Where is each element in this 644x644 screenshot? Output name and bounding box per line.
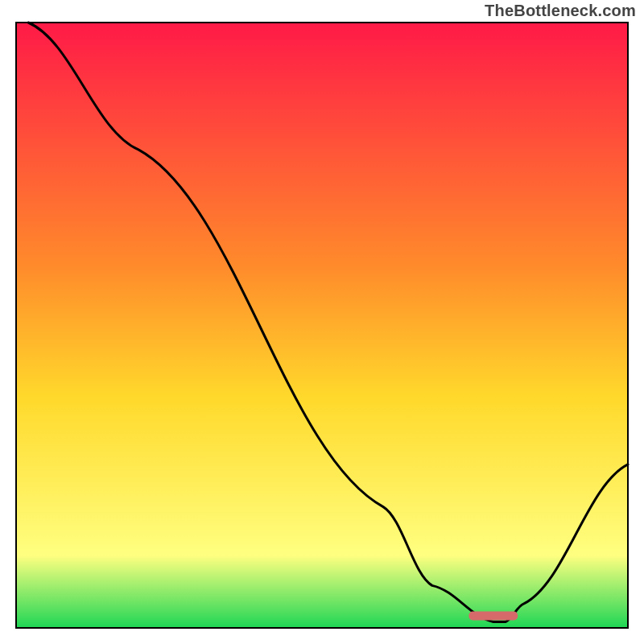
bottleneck-chart (0, 0, 644, 644)
optimal-marker (469, 611, 518, 620)
plot-background (16, 23, 628, 628)
watermark-text: TheBottleneck.com (485, 2, 636, 20)
chart-wrapper: TheBottleneck.com (0, 0, 644, 644)
